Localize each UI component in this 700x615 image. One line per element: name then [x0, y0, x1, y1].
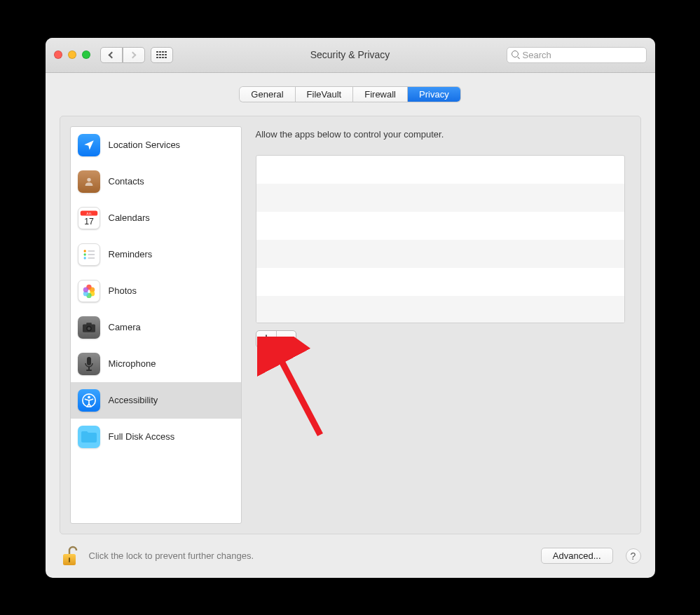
- svg-line-25: [277, 352, 320, 435]
- svg-point-4: [83, 250, 85, 252]
- titlebar: Security & Privacy: [46, 38, 655, 73]
- svg-rect-22: [86, 370, 92, 371]
- search-icon: [512, 50, 520, 59]
- allowed-apps-list[interactable]: [256, 155, 625, 323]
- sidebar-item-label: Contacts: [109, 176, 144, 187]
- folder-icon: [78, 426, 100, 448]
- help-button[interactable]: ?: [626, 548, 641, 564]
- location-icon: [78, 134, 100, 156]
- reminders-icon: [78, 243, 100, 266]
- sidebar-item-accessibility[interactable]: Accessibility: [71, 382, 241, 419]
- contacts-icon: [78, 170, 100, 193]
- zoom-window-button[interactable]: [82, 50, 90, 59]
- svg-text:17: 17: [84, 216, 94, 226]
- add-remove-group: [256, 330, 296, 348]
- svg-rect-27: [69, 557, 70, 562]
- close-window-button[interactable]: [54, 50, 62, 59]
- svg-point-8: [83, 257, 85, 259]
- preferences-window: Security & Privacy General FileVault Fir…: [46, 38, 655, 578]
- minimize-window-button[interactable]: [68, 50, 76, 59]
- svg-rect-20: [87, 357, 91, 365]
- lock-hint-text: Click the lock to prevent further change…: [89, 550, 254, 561]
- nav-buttons: [100, 47, 145, 63]
- tab-filevault[interactable]: FileVault: [295, 87, 353, 102]
- sidebar-item-reminders[interactable]: Reminders: [71, 236, 241, 273]
- camera-icon: [78, 316, 100, 339]
- sidebar-item-camera[interactable]: Camera: [71, 309, 241, 346]
- list-row[interactable]: [256, 240, 624, 268]
- svg-rect-5: [88, 250, 95, 252]
- calendar-icon: JUL 17: [78, 207, 100, 229]
- annotation-arrow: [257, 337, 341, 449]
- svg-point-15: [83, 287, 88, 292]
- sidebar-item-label: Accessibility: [109, 395, 158, 405]
- show-all-button[interactable]: [151, 47, 173, 63]
- tab-firewall[interactable]: Firewall: [352, 87, 407, 102]
- sidebar-item-microphone[interactable]: Microphone: [71, 346, 241, 382]
- tabbar: General FileVault Firewall Privacy: [60, 87, 641, 102]
- chevron-right-icon: [130, 51, 137, 58]
- sidebar-item-label: Camera: [109, 322, 141, 332]
- sidebar-item-contacts[interactable]: Contacts: [71, 163, 241, 200]
- forward-button[interactable]: [123, 47, 145, 63]
- sidebar-item-label: Full Disk Access: [109, 431, 175, 442]
- list-row[interactable]: [256, 184, 624, 212]
- privacy-panel: Location Services Contacts JUL 17: [60, 116, 641, 534]
- back-button[interactable]: [100, 47, 123, 63]
- svg-rect-17: [86, 323, 92, 325]
- tab-general[interactable]: General: [240, 87, 294, 102]
- advanced-button[interactable]: Advanced...: [541, 548, 613, 564]
- sidebar-item-label: Reminders: [109, 249, 153, 259]
- svg-text:JUL: JUL: [86, 211, 92, 215]
- traffic-lights: [54, 50, 90, 59]
- detail-pane: Allow the apps below to control your com…: [253, 126, 631, 524]
- lock-button[interactable]: [60, 544, 81, 568]
- remove-button[interactable]: [276, 331, 296, 347]
- photos-icon: [78, 280, 100, 302]
- content-area: General FileVault Firewall Privacy Locat…: [46, 73, 655, 578]
- sidebar-item-label: Calendars: [109, 212, 150, 223]
- list-row[interactable]: [256, 268, 624, 296]
- chevron-left-icon: [109, 51, 116, 58]
- privacy-category-list[interactable]: Location Services Contacts JUL 17: [70, 126, 242, 524]
- tab-privacy[interactable]: Privacy: [407, 87, 460, 102]
- list-row[interactable]: [256, 212, 624, 240]
- svg-rect-21: [88, 367, 90, 370]
- sidebar-item-location[interactable]: Location Services: [71, 127, 241, 163]
- grid-icon: [156, 51, 167, 59]
- svg-point-0: [87, 177, 90, 181]
- microphone-icon: [78, 353, 100, 375]
- accessibility-icon: [78, 389, 100, 412]
- sidebar-item-full-disk-access[interactable]: Full Disk Access: [71, 419, 241, 455]
- search-input[interactable]: [523, 50, 642, 60]
- sidebar-item-label: Photos: [109, 285, 137, 296]
- svg-rect-9: [88, 257, 95, 259]
- add-button[interactable]: [256, 331, 276, 347]
- svg-point-24: [88, 396, 90, 398]
- list-row[interactable]: [256, 296, 624, 323]
- sidebar-item-calendars[interactable]: JUL 17 Calendars: [71, 200, 241, 236]
- search-field[interactable]: [507, 47, 647, 63]
- unlocked-lock-icon: [61, 546, 79, 567]
- footer: Click the lock to prevent further change…: [60, 544, 641, 568]
- sidebar-item-photos[interactable]: Photos: [71, 273, 241, 309]
- sidebar-item-label: Microphone: [109, 358, 156, 369]
- detail-description: Allow the apps below to control your com…: [256, 129, 625, 140]
- svg-rect-7: [88, 254, 95, 255]
- list-row[interactable]: [256, 156, 624, 184]
- svg-point-19: [87, 327, 90, 330]
- svg-point-6: [83, 253, 85, 255]
- sidebar-item-label: Location Services: [109, 140, 181, 150]
